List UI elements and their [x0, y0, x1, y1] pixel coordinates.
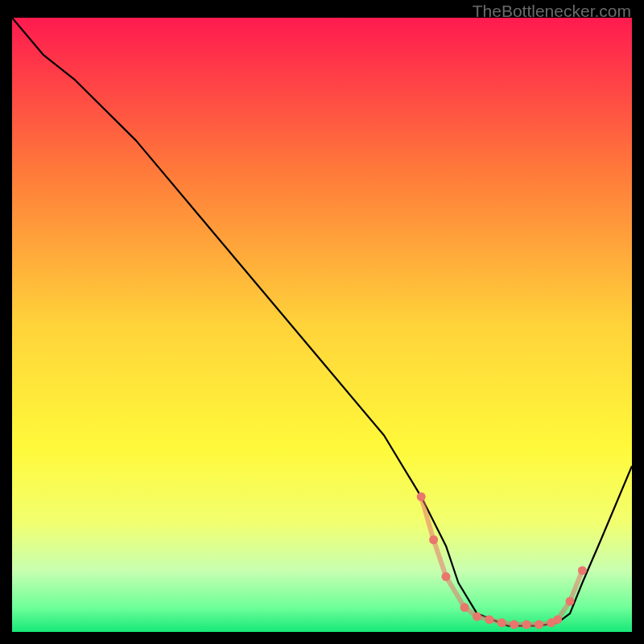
svg-point-7: [497, 618, 506, 627]
svg-point-2: [429, 535, 438, 544]
svg-point-5: [473, 612, 481, 621]
svg-point-1: [417, 493, 426, 502]
svg-point-12: [553, 615, 562, 624]
chart-frame: TheBottlenecker.com: [0, 0, 644, 644]
svg-point-8: [510, 620, 518, 629]
svg-point-10: [535, 620, 543, 629]
svg-point-4: [460, 603, 469, 612]
svg-point-14: [578, 566, 587, 575]
svg-point-6: [485, 615, 493, 624]
svg-point-9: [522, 620, 531, 629]
svg-point-3: [442, 572, 451, 581]
chart-svg: [12, 18, 632, 632]
plot-area: [12, 18, 632, 632]
svg-point-13: [566, 597, 575, 605]
